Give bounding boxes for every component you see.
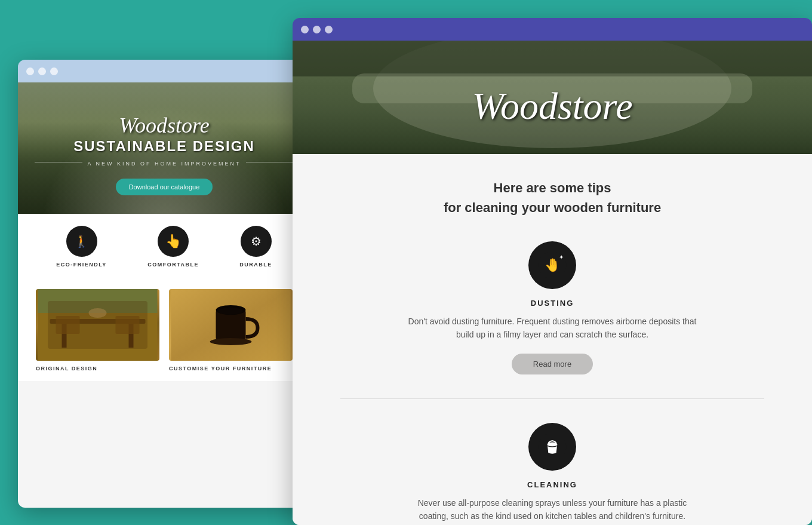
right-hero: Woodstore [293, 41, 812, 154]
right-titlebar [293, 18, 812, 41]
left-hero-bg: Woodstore SUSTAINABLE DESIGN A NEW KIND … [18, 82, 310, 214]
left-hero-tagline: SUSTAINABLE DESIGN [73, 138, 255, 155]
durable-icon: ⚙ [241, 226, 272, 257]
dusting-title: DUSTING [531, 299, 574, 308]
right-dot-1 [301, 26, 309, 33]
left-email-content: Woodstore SUSTAINABLE DESIGN A NEW KIND … [18, 82, 310, 508]
left-hero-divider: A NEW KIND OF HOME IMPROVEMENT [35, 157, 293, 167]
left-dot-1 [26, 67, 34, 75]
original-design-label: ORIGINAL DESIGN [36, 366, 159, 372]
right-logo: Woodstore [472, 84, 632, 128]
eco-friendly-icon: 🚶 [66, 226, 97, 257]
feature-durable: ⚙ DURABLE [239, 226, 272, 268]
svg-point-12 [219, 308, 243, 315]
right-browser-window: Woodstore Here are some tips for cleanin… [293, 18, 812, 525]
svg-rect-3 [62, 324, 67, 348]
right-dot-2 [313, 26, 321, 33]
dusting-icon: 🤚 ✦ [528, 241, 576, 289]
svg-rect-2 [50, 319, 146, 324]
cleaning-icon [528, 423, 576, 471]
divider-line-left [35, 162, 82, 162]
divider-line-right [246, 162, 294, 162]
feature-comfortable: 👆 COMFORTABLE [147, 226, 199, 268]
svg-rect-4 [129, 324, 134, 348]
tips-heading-line1: Here are some tips [494, 180, 611, 195]
svg-point-7 [89, 308, 107, 318]
left-dot-3 [50, 67, 58, 75]
left-titlebar [18, 60, 310, 82]
svg-text:✦: ✦ [559, 254, 564, 260]
cleaning-title: CLEANING [527, 480, 577, 489]
svg-rect-5 [56, 316, 80, 334]
left-hero-sub: A NEW KIND OF HOME IMPROVEMENT [87, 161, 241, 167]
features-section: 🚶 ECO-FRIENDLY 👆 COMFORTABLE ⚙ DURABLE [18, 214, 310, 280]
tip-divider [340, 398, 764, 399]
tips-section: Here are some tips for cleaning your woo… [293, 154, 812, 525]
table-img [36, 289, 159, 361]
dusting-read-more-button[interactable]: Read more [512, 354, 593, 374]
catalogue-button[interactable]: Download our catalogue [116, 179, 213, 195]
svg-point-13 [210, 338, 252, 345]
tips-heading: Here are some tips for cleaning your woo… [340, 178, 764, 217]
original-design-image [36, 289, 159, 361]
tips-heading-line2: for cleaning your wooden furniture [444, 200, 661, 215]
right-email-content: Woodstore Here are some tips for cleanin… [293, 41, 812, 525]
gallery-section: ORIGINAL DESIGN [18, 280, 310, 381]
left-logo: Woodstore [119, 113, 209, 138]
eco-friendly-label: ECO-FRIENDLY [56, 262, 107, 268]
coffee-img [169, 289, 293, 361]
svg-rect-1 [38, 289, 158, 313]
tip-dusting: 🤚 ✦ DUSTING Don't avoid dusting furnitur… [340, 241, 764, 374]
comfortable-label: COMFORTABLE [147, 262, 199, 268]
feature-eco-friendly: 🚶 ECO-FRIENDLY [56, 226, 107, 268]
right-hero-bg: Woodstore [293, 41, 812, 154]
right-dot-3 [325, 26, 333, 33]
customise-image [169, 289, 293, 361]
customise-label: CUSTOMISE YOUR FURNITURE [169, 366, 293, 372]
durable-label: DURABLE [239, 262, 272, 268]
tip-cleaning: CLEANING Never use all-purpose cleaning … [340, 423, 764, 525]
gallery-original-design: ORIGINAL DESIGN [36, 289, 159, 372]
dusting-description: Don't avoid dusting furniture. Frequent … [403, 315, 702, 342]
cleaning-description: Never use all-purpose cleaning sprays un… [403, 496, 702, 523]
comfortable-icon: 👆 [158, 226, 189, 257]
gallery-customise: CUSTOMISE YOUR FURNITURE [169, 289, 293, 372]
left-dot-2 [38, 67, 46, 75]
svg-rect-17 [293, 41, 812, 76]
left-browser-window: Woodstore SUSTAINABLE DESIGN A NEW KIND … [18, 60, 310, 508]
left-hero: Woodstore SUSTAINABLE DESIGN A NEW KIND … [18, 82, 310, 214]
svg-rect-6 [116, 316, 140, 334]
